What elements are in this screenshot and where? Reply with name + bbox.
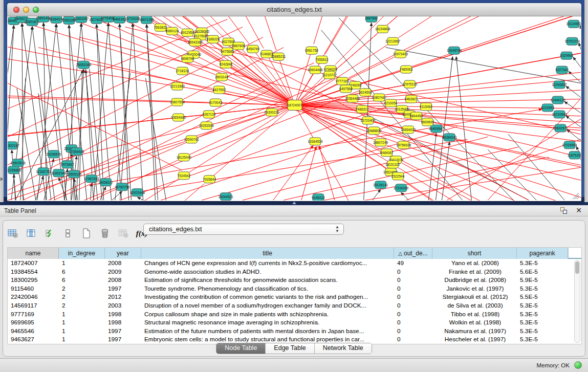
graph-node[interactable]: 15751074 — [564, 37, 580, 45]
graph-node[interactable]: 18151327 — [385, 161, 401, 168]
column-header-year[interactable]: year — [105, 248, 141, 259]
collapse-arrow-icon[interactable] — [1, 177, 3, 181]
close-panel-icon[interactable]: ✕ — [576, 206, 582, 214]
graph-node[interactable]: 9777169 — [336, 77, 349, 85]
graph-node[interactable]: 10807487 — [372, 94, 387, 101]
table-row[interactable]: 911546021997Tourette syndrome. Phenomeno… — [8, 285, 581, 293]
new-table-icon[interactable] — [81, 228, 92, 239]
graph-node[interactable]: 2718126 — [176, 67, 189, 75]
graph-node[interactable]: 12093837 — [552, 81, 567, 89]
table-row[interactable]: 1830029562008Estimation of significance … — [8, 276, 581, 285]
table-row[interactable]: 1456911722003Disruption of a novel membe… — [8, 301, 581, 310]
graph-node[interactable]: 12975115 — [402, 80, 417, 88]
graph-node[interactable]: 10719195 — [125, 16, 141, 23]
graph-node[interactable]: 9170043 — [209, 99, 222, 106]
column-header-title[interactable]: title — [141, 248, 394, 259]
graph-node[interactable]: 29053346 — [76, 61, 92, 69]
graph-node[interactable]: 9245012 — [312, 194, 325, 201]
network-graph[interactable]: 1664654124055724239018762069140618384574… — [8, 16, 581, 201]
graph-node[interactable]: 2887682 — [365, 16, 378, 22]
graph-node[interactable]: 18807249 — [373, 139, 388, 146]
graph-node[interactable]: 17359928 — [69, 148, 84, 156]
graph-node[interactable]: 8427552 — [212, 86, 226, 94]
graph-node[interactable]: 19654923 — [401, 126, 416, 134]
scrollbar-thumb[interactable] — [575, 261, 579, 274]
table-selector-dropdown[interactable]: citations_edges.txt ▲▼ — [143, 224, 344, 235]
graph-node[interactable]: 8186328 — [206, 35, 220, 43]
graph-node[interactable]: 10648784 — [447, 47, 462, 54]
graph-node[interactable]: 7955812 — [315, 56, 329, 63]
graph-node[interactable]: 9267130 — [202, 111, 215, 118]
graph-node[interactable]: 11210727 — [322, 71, 337, 79]
graph-node[interactable]: 15124953 — [566, 20, 581, 28]
graph-node[interactable]: 15720407 — [360, 117, 376, 124]
graph-node[interactable]: 16958107 — [98, 179, 114, 186]
graph-node[interactable]: 16210643 — [552, 111, 567, 118]
graph-node[interactable]: 12213967 — [385, 37, 401, 45]
table-settings-icon[interactable] — [7, 228, 18, 239]
memory-status-indicator[interactable] — [574, 361, 582, 369]
network-window-titlebar[interactable]: citations_edges.txt — [7, 3, 581, 16]
graph-node[interactable]: 6466162 — [113, 16, 126, 23]
graph-node[interactable]: 14353594 — [199, 122, 214, 129]
graph-node[interactable]: 10688609 — [366, 127, 382, 135]
graph-node[interactable]: 9975487 — [61, 161, 74, 168]
float-window-icon[interactable] — [560, 207, 568, 214]
graph-node[interactable]: 10973493 — [393, 50, 408, 58]
table-row[interactable]: 1872400712008Changes of HCN gene express… — [8, 259, 581, 268]
graph-node[interactable]: 8215953 — [541, 104, 554, 112]
graph-node[interactable]: 19904486 — [308, 66, 323, 74]
graph-node[interactable]: 11675333 — [568, 151, 581, 159]
graph-node[interactable]: 9227343 — [555, 66, 569, 74]
graph-node[interactable]: 9844456 — [410, 112, 423, 120]
graph-node[interactable]: 12342757 — [36, 168, 51, 176]
graph-node[interactable]: 9896798 — [181, 55, 194, 62]
graph-node[interactable]: 2803144 — [215, 73, 228, 81]
graph-node[interactable]: 9484067 — [380, 149, 394, 157]
column-header-pagerank[interactable]: pagerank — [517, 248, 568, 259]
graph-node[interactable]: 7935844 — [203, 176, 216, 183]
table-row[interactable]: 1938455462009Genome-wide association stu… — [8, 268, 581, 276]
graph-node[interactable]: 20206576 — [46, 150, 61, 158]
graph-node[interactable]: 5475685 — [221, 48, 234, 55]
graph-node[interactable]: 15692971 — [553, 124, 568, 132]
graph-node[interactable]: 18125442 — [177, 154, 192, 161]
graph-node[interactable]: 6961758 — [305, 47, 318, 54]
graph-node[interactable]: 17334269 — [394, 184, 409, 192]
graph-node[interactable]: 7486322 — [356, 105, 369, 113]
column-header-name[interactable]: name — [8, 248, 59, 259]
graph-node[interactable]: 8454749 — [246, 45, 259, 53]
divider-resize-handle[interactable] — [292, 202, 296, 204]
graph-node[interactable]: 12923448 — [130, 189, 145, 196]
graph-node[interactable]: 12213383 — [170, 82, 185, 90]
graph-node[interactable]: 29300231 — [264, 108, 279, 116]
graph-node[interactable]: 9329966 — [560, 52, 573, 59]
graph-node[interactable]: 10590761 — [184, 136, 200, 143]
graph-node[interactable]: 7924542 — [178, 172, 191, 180]
graph-node[interactable]: 19756928 — [396, 141, 411, 149]
graph-node[interactable]: 12444135 — [550, 96, 565, 104]
graph-node[interactable]: 11451944 — [51, 169, 66, 177]
graph-node[interactable]: 11156869 — [8, 166, 21, 174]
graph-node[interactable]: 17957253 — [84, 175, 99, 183]
graph-node[interactable]: 19136141 — [373, 181, 388, 189]
tab-network-table[interactable]: Network Table — [315, 343, 372, 354]
graph-node[interactable]: 20364486 — [345, 95, 360, 102]
tab-edge-table[interactable]: Edge Table — [266, 343, 314, 354]
graph-node[interactable]: 6497568 — [339, 85, 353, 93]
graph-node[interactable]: 10654985 — [171, 114, 186, 121]
rows-icon[interactable] — [62, 228, 74, 239]
graph-node[interactable]: 6210054 — [384, 99, 398, 107]
graph-node[interactable]: 2522544 — [391, 172, 405, 180]
network-canvas[interactable]: 1664654124055724239018762069140618384574… — [8, 16, 581, 201]
delete-table-icon[interactable] — [99, 228, 111, 239]
graph-hub-node[interactable]: 18724007 — [287, 100, 302, 111]
table-row[interactable]: 969969511998Structural magnetic resonanc… — [8, 318, 581, 327]
graph-node[interactable]: 16543382 — [188, 38, 203, 46]
graph-node[interactable]: 9115460 — [420, 103, 432, 111]
column-header-short[interactable]: short — [432, 248, 517, 259]
graph-node[interactable]: 9463627 — [405, 95, 418, 103]
graph-node[interactable]: 16044521 — [219, 193, 234, 201]
table-row[interactable]: 977716911998Corpus callosum shape and si… — [8, 310, 581, 319]
graph-node[interactable]: 8960124 — [166, 27, 179, 35]
